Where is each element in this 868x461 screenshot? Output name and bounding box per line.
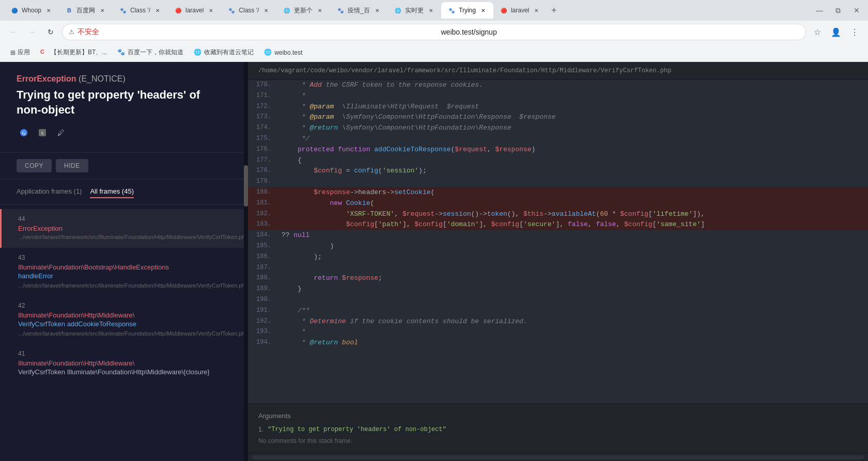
bookmark-label-baidu: 百度一下，你就知道	[128, 48, 183, 57]
more-button[interactable]: ⋮	[847, 25, 862, 39]
line-num-173: 173.	[248, 112, 277, 123]
tab-close-gengxin[interactable]: ✕	[316, 6, 324, 14]
code-line-175: 175. */	[248, 134, 868, 145]
tab-favicon-yiqing: 🐾	[336, 6, 345, 14]
profile-button[interactable]: 👤	[829, 25, 843, 39]
line-num-190: 190.	[248, 295, 277, 306]
stackoverflow-icon[interactable]: S	[35, 125, 50, 140]
copy-button[interactable]: COPY	[17, 159, 52, 172]
tab-favicon-class2: 🐾	[227, 6, 236, 14]
tab-close-trying[interactable]: ✕	[479, 6, 487, 14]
line-num-184: 184.	[248, 230, 277, 241]
tab-laravel1[interactable]: 🔴 laravel ✕	[168, 2, 221, 19]
code-line-178: 178. $config = config('session');	[248, 166, 868, 177]
tab-close-class2[interactable]: ✕	[262, 6, 270, 14]
all-frames-tab[interactable]: All frames (45)	[90, 185, 134, 198]
tab-yiqing[interactable]: 🐾 疫情_百 ✕	[330, 2, 388, 19]
close-button[interactable]: ✕	[849, 3, 864, 18]
new-tab-button[interactable]: +	[547, 3, 561, 18]
refresh-button[interactable]: ↻	[43, 25, 58, 39]
error-message: Trying to get property 'headers' of non-…	[17, 88, 231, 117]
bookmark-bt[interactable]: C 【长期更新】BT、...	[36, 46, 111, 59]
code-area[interactable]: 170. * Add the CSRF token to the respons…	[248, 80, 868, 403]
frame-item-43[interactable]: 43 Illuminate\Foundation\Bootstrap\Handl…	[0, 248, 248, 296]
frame-item-41[interactable]: 41 Illuminate\Foundation\Http\Middleware…	[0, 344, 248, 384]
tab-trying[interactable]: 🐾 Trying ✕	[441, 2, 493, 19]
tab-title-whoops: Whoop	[22, 7, 41, 14]
horizontal-scrollbar[interactable]	[252, 455, 864, 459]
back-button[interactable]: ←	[6, 25, 21, 39]
tab-class2[interactable]: 🐾 Class '/ ✕	[221, 2, 276, 19]
tab-close-whoops[interactable]: ✕	[44, 6, 53, 14]
tab-close-laravel2[interactable]: ✕	[532, 6, 540, 14]
line-content-171: *	[277, 91, 868, 102]
bookmark-star-button[interactable]: ☆	[810, 25, 825, 39]
tab-whoops[interactable]: 🔵 Whoop ✕	[4, 2, 59, 19]
line-content-173: * @param \Symfony\Component\HttpFoundati…	[277, 112, 868, 123]
copy-link-icon[interactable]: 🖊	[54, 125, 68, 140]
line-num-174: 174.	[248, 123, 277, 134]
no-comments: No comments for this stack frame.	[258, 437, 858, 444]
frame-item-44[interactable]: 44 ErrorException .../vendor/laravel/fra…	[0, 209, 248, 247]
code-line-190: 190.	[248, 295, 868, 306]
bookmark-youdao[interactable]: 🌐 收藏到有道云笔记	[190, 46, 258, 59]
security-icon: ⚠	[69, 28, 74, 36]
tab-shishi[interactable]: 🌐 实时更 ✕	[388, 2, 441, 19]
frame-method-41: VerifyCsrfToken Illuminate\Foundation\Ht…	[18, 368, 231, 376]
tab-class1[interactable]: 🐾 Class '/ ✕	[113, 2, 168, 19]
line-content-177: {	[277, 155, 868, 166]
tab-close-yiqing[interactable]: ✕	[373, 6, 381, 14]
code-line-191: 191. /**	[248, 306, 868, 316]
svg-text:G: G	[22, 131, 25, 136]
line-content-184: ?? null	[277, 230, 868, 241]
tab-favicon-trying: 🐾	[447, 6, 456, 14]
google-search-icon[interactable]: G	[17, 125, 31, 140]
hide-button[interactable]: HIDE	[56, 159, 88, 172]
forward-button[interactable]: →	[25, 25, 39, 39]
arg-num-1: 1.	[258, 426, 264, 433]
line-content-182: 'XSRF-TOKEN', $request->session()->token…	[277, 209, 868, 220]
bookmark-baidu[interactable]: 🐾 百度一下，你就知道	[113, 46, 188, 59]
line-content-175: */	[277, 134, 868, 145]
line-num-171: 171.	[248, 91, 277, 102]
bookmarks-bar: ⊞ 应用 C 【长期更新】BT、... 🐾 百度一下，你就知道 🌐 收藏到有道云…	[0, 43, 868, 62]
error-message-line2: non-object	[17, 103, 74, 116]
apps-grid-icon: ⊞	[10, 49, 16, 56]
tab-close-shishi[interactable]: ✕	[427, 6, 435, 14]
tab-title-shishi: 实时更	[405, 6, 424, 15]
bookmark-weibo[interactable]: 🌐 weibo.test	[260, 46, 306, 59]
tab-gengxin[interactable]: 🌐 更新个 ✕	[276, 2, 330, 19]
main-content: ErrorException (E_NOTICE) Trying to get …	[0, 62, 868, 461]
line-content-181: new Cookie(	[277, 198, 868, 209]
tab-close-baidu[interactable]: ✕	[98, 6, 106, 14]
tab-close-class1[interactable]: ✕	[153, 6, 162, 14]
bookmark-favicon-bt: C	[40, 49, 49, 57]
line-content-185: )	[277, 241, 868, 252]
tab-laravel2[interactable]: 🔴 laravel ✕	[493, 2, 547, 19]
frame-number-43: 43	[18, 254, 231, 261]
line-content-189: }	[277, 284, 868, 295]
line-num-176: 176.	[248, 145, 277, 155]
tab-baidu[interactable]: B 百度网 ✕	[59, 2, 113, 19]
code-line-171: 171. *	[248, 91, 868, 102]
line-content-188: return $response;	[277, 273, 868, 284]
code-line-189: 189. }	[248, 284, 868, 295]
exception-class: ErrorException	[17, 74, 76, 83]
tab-close-laravel1[interactable]: ✕	[207, 6, 215, 14]
line-content-192: * Determine if the cookie contents shoul…	[277, 316, 868, 327]
arg-value-1: "Trying to get property 'headers' of non…	[268, 426, 446, 433]
frame-number-44: 44	[18, 215, 231, 222]
line-num-189: 189.	[248, 284, 277, 295]
line-content-170: * Add the CSRF token to the response coo…	[277, 80, 868, 91]
minimize-button[interactable]: —	[812, 3, 827, 18]
app-frames-tab[interactable]: Application frames (1)	[17, 185, 82, 198]
tab-favicon-gengxin: 🌐	[283, 6, 291, 14]
maximize-button[interactable]: ⧉	[831, 3, 845, 18]
bottom-scroll	[248, 453, 868, 461]
address-input-wrap[interactable]: ⚠ 不安全 weibo.test/signup	[62, 24, 806, 40]
line-content-183: $config['path'], $config['domain'], $con…	[277, 219, 868, 230]
code-line-193: 193. *	[248, 327, 868, 338]
frame-item-42[interactable]: 42 Illuminate\Foundation\Http\Middleware…	[0, 296, 248, 344]
apps-button[interactable]: ⊞ 应用	[6, 46, 34, 59]
exception-code: (E_NOTICE)	[79, 74, 126, 83]
